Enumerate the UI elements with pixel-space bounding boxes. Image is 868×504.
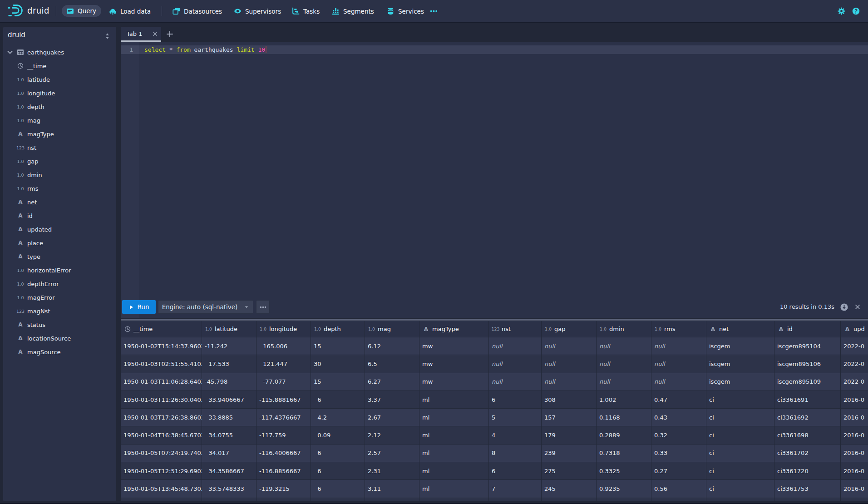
table-cell[interactable]: 0.2889 xyxy=(597,426,651,444)
table-cell[interactable]: 2022-0 xyxy=(841,355,868,373)
table-cell[interactable]: 1950-01-03T11:26:30.040Z xyxy=(121,391,202,409)
table-cell[interactable]: 2016-0 xyxy=(841,480,868,498)
tree-item-horizontalerror[interactable]: 1.0horizontalError xyxy=(3,263,116,277)
table-cell[interactable]: -117.759 xyxy=(256,426,311,444)
table-cell[interactable]: 1950-01-04T16:38:45.670Z xyxy=(121,426,202,444)
nav-item-tasks[interactable]: Tasks xyxy=(292,0,320,22)
table-cell[interactable]: 8 xyxy=(489,445,542,462)
tree-item-rms[interactable]: 1.0rms xyxy=(3,182,116,195)
table-cell[interactable]: ml xyxy=(419,426,489,444)
nav-item-load-data[interactable]: Load data xyxy=(109,0,151,22)
table-cell[interactable]: 33.8885 xyxy=(202,409,256,426)
table-cell[interactable]: ci3361698 xyxy=(774,426,841,444)
druid-logo[interactable]: druid xyxy=(8,5,52,16)
table-cell[interactable]: 7 xyxy=(489,480,542,498)
table-cell[interactable]: null xyxy=(597,355,651,373)
tree-item-place[interactable]: Aplace xyxy=(3,236,116,250)
table-cell[interactable]: -119.3215 xyxy=(256,480,311,498)
table-cell[interactable]: null xyxy=(651,355,706,373)
chevron-down-icon[interactable] xyxy=(6,49,14,56)
query-editor[interactable]: 1 select * from earthquakes limit 10 Run… xyxy=(121,42,868,318)
panel-resize-handle[interactable] xyxy=(121,319,868,321)
table-cell[interactable]: 30 xyxy=(311,355,365,373)
table-cell[interactable]: 179 xyxy=(542,426,597,444)
table-cell[interactable]: 0.32 xyxy=(651,426,706,444)
tree-item-deptherror[interactable]: 1.0depthError xyxy=(3,277,116,291)
table-cell[interactable]: null xyxy=(489,373,542,391)
table-cell[interactable]: 2.67 xyxy=(365,409,419,426)
tree-item-net[interactable]: Anet xyxy=(3,195,116,209)
table-cell[interactable]: 0.09 xyxy=(311,426,365,444)
nav-item-datasources[interactable]: Datasources xyxy=(173,0,222,22)
nav-item-segments[interactable]: Segments xyxy=(332,0,374,22)
table-cell[interactable]: null xyxy=(597,373,651,391)
double-caret-vertical-icon[interactable] xyxy=(104,33,111,40)
query-more-button[interactable] xyxy=(256,300,270,314)
table-cell[interactable]: 33.9406667 xyxy=(202,391,256,409)
table-cell[interactable]: iscgem895106 xyxy=(774,355,841,373)
tree-item-status[interactable]: Astatus xyxy=(3,318,116,331)
table-cell[interactable]: 6 xyxy=(311,391,365,409)
table-cell[interactable]: 2.57 xyxy=(365,445,419,462)
table-cell[interactable]: 1.002 xyxy=(597,391,651,409)
column-header-upd[interactable]: Aupd xyxy=(841,321,868,337)
table-cell[interactable]: 121.447 xyxy=(256,355,311,373)
table-cell[interactable]: 1950-01-05T13:45:48.730Z xyxy=(121,480,202,498)
table-cell[interactable]: 6.12 xyxy=(365,337,419,355)
tree-item-gap[interactable]: 1.0gap xyxy=(3,154,116,168)
table-cell[interactable]: iscgem895104 xyxy=(774,337,841,355)
table-cell[interactable]: 2022-0 xyxy=(841,373,868,391)
table-cell[interactable]: ci xyxy=(706,445,774,462)
tree-item-magsource[interactable]: AmagSource xyxy=(3,345,116,359)
table-cell[interactable]: 245 xyxy=(542,480,597,498)
nav-item-query[interactable]: Query xyxy=(62,5,101,17)
table-cell[interactable]: mw xyxy=(419,355,489,373)
tree-item-id[interactable]: Aid xyxy=(3,209,116,222)
table-cell[interactable]: ci xyxy=(706,462,774,480)
table-cell[interactable]: 33.5748333 xyxy=(202,480,256,498)
close-results-button[interactable] xyxy=(851,300,864,314)
table-cell[interactable]: ci3361692 xyxy=(774,409,841,426)
table-cell[interactable]: 3.37 xyxy=(365,391,419,409)
column-header-magtype[interactable]: AmagType xyxy=(419,321,489,337)
tree-item-depth[interactable]: 1.0depth xyxy=(3,100,116,114)
table-cell[interactable]: 275 xyxy=(542,462,597,480)
table-cell[interactable]: ml xyxy=(419,445,489,462)
table-cell[interactable]: 6 xyxy=(311,462,365,480)
run-button[interactable]: Run xyxy=(122,300,156,314)
tree-item-time[interactable]: __time xyxy=(3,59,116,73)
tree-item-magnst[interactable]: 123magNst xyxy=(3,304,116,318)
table-cell[interactable]: -115.8881667 xyxy=(256,391,311,409)
table-cell[interactable]: ci xyxy=(706,409,774,426)
table-cell[interactable]: ci xyxy=(706,426,774,444)
tree-item-mag[interactable]: 1.0mag xyxy=(3,114,116,127)
tree-item-updated[interactable]: Aupdated xyxy=(3,222,116,236)
table-cell[interactable]: 34.3586667 xyxy=(202,462,256,480)
table-cell[interactable]: null xyxy=(542,355,597,373)
nav-item-more[interactable] xyxy=(430,0,438,22)
table-cell[interactable]: 239 xyxy=(542,445,597,462)
table-cell[interactable]: 1950-01-03T02:51:55.410Z xyxy=(121,355,202,373)
table-cell[interactable]: iscgem895109 xyxy=(774,373,841,391)
table-cell[interactable]: 2016-0 xyxy=(841,426,868,444)
table-cell[interactable]: ci xyxy=(706,391,774,409)
table-cell[interactable]: iscgem xyxy=(706,373,774,391)
table-cell[interactable]: 2.12 xyxy=(365,426,419,444)
table-cell[interactable]: mw xyxy=(419,337,489,355)
table-cell[interactable]: ml xyxy=(419,409,489,426)
table-cell[interactable]: 2016-0 xyxy=(841,391,868,409)
table-cell[interactable]: 0.1168 xyxy=(597,409,651,426)
tree-item-datasource[interactable]: earthquakes xyxy=(3,45,116,59)
table-cell[interactable]: -117.4376667 xyxy=(256,409,311,426)
tree-item-locationsource[interactable]: AlocationSource xyxy=(3,331,116,345)
editor-code-line[interactable]: select * from earthquakes limit 10 xyxy=(144,45,266,54)
table-cell[interactable]: ml xyxy=(419,480,489,498)
column-header-nst[interactable]: 123nst xyxy=(489,321,542,337)
help-icon[interactable] xyxy=(852,7,860,15)
table-cell[interactable]: 34.017 xyxy=(202,445,256,462)
table-cell[interactable]: 1950-01-05T07:24:19.740Z xyxy=(121,445,202,462)
column-header-id[interactable]: Aid xyxy=(774,321,841,337)
tree-item-type[interactable]: Atype xyxy=(3,250,116,263)
column-header-depth[interactable]: 1.0depth xyxy=(311,321,365,337)
nav-item-supervisors[interactable]: Supervisors xyxy=(234,0,281,22)
